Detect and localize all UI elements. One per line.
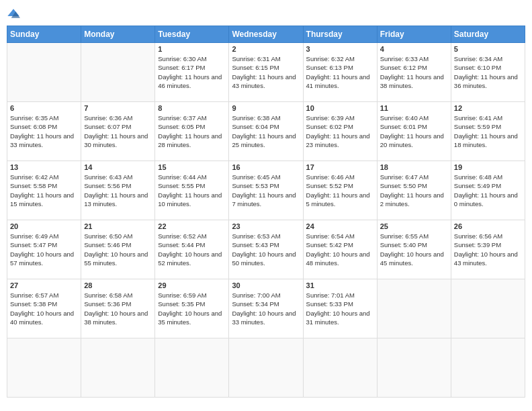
day-number: 23 bbox=[232, 222, 300, 230]
calendar-cell: 14Sunrise: 6:43 AM Sunset: 5:56 PM Dayli… bbox=[81, 161, 155, 220]
calendar-row: 27Sunrise: 6:57 AM Sunset: 5:38 PM Dayli… bbox=[7, 279, 525, 338]
day-info: Sunrise: 6:49 AM Sunset: 5:47 PM Dayligh… bbox=[10, 232, 78, 267]
calendar-cell bbox=[451, 338, 525, 398]
day-info: Sunrise: 6:36 AM Sunset: 6:07 PM Dayligh… bbox=[84, 113, 152, 149]
day-info: Sunrise: 6:44 AM Sunset: 5:55 PM Dayligh… bbox=[158, 173, 226, 208]
day-number: 27 bbox=[10, 281, 78, 289]
day-info: Sunrise: 6:42 AM Sunset: 5:58 PM Dayligh… bbox=[10, 173, 78, 208]
day-number: 29 bbox=[158, 281, 226, 289]
calendar-cell: 17Sunrise: 6:46 AM Sunset: 5:52 PM Dayli… bbox=[303, 161, 377, 220]
calendar-cell bbox=[451, 279, 525, 338]
calendar-cell: 7Sunrise: 6:36 AM Sunset: 6:07 PM Daylig… bbox=[81, 102, 155, 161]
calendar-cell: 25Sunrise: 6:55 AM Sunset: 5:40 PM Dayli… bbox=[377, 220, 451, 279]
day-number: 12 bbox=[454, 104, 522, 112]
day-number: 8 bbox=[158, 104, 226, 112]
calendar-cell: 22Sunrise: 6:52 AM Sunset: 5:44 PM Dayli… bbox=[155, 220, 229, 279]
day-info: Sunrise: 6:37 AM Sunset: 6:05 PM Dayligh… bbox=[158, 113, 226, 149]
day-info: Sunrise: 6:39 AM Sunset: 6:02 PM Dayligh… bbox=[306, 113, 374, 149]
weekday-header-sunday: Sunday bbox=[7, 26, 81, 43]
day-number: 20 bbox=[10, 222, 78, 230]
calendar-cell: 19Sunrise: 6:48 AM Sunset: 5:49 PM Dayli… bbox=[451, 161, 525, 220]
day-info: Sunrise: 6:35 AM Sunset: 6:08 PM Dayligh… bbox=[10, 113, 78, 149]
calendar-cell: 6Sunrise: 6:35 AM Sunset: 6:08 PM Daylig… bbox=[7, 102, 81, 161]
day-number: 9 bbox=[232, 104, 300, 112]
calendar-cell: 8Sunrise: 6:37 AM Sunset: 6:05 PM Daylig… bbox=[155, 102, 229, 161]
day-info: Sunrise: 6:58 AM Sunset: 5:36 PM Dayligh… bbox=[84, 291, 152, 326]
day-number: 4 bbox=[380, 45, 448, 53]
day-number: 10 bbox=[306, 104, 374, 112]
day-info: Sunrise: 7:00 AM Sunset: 5:34 PM Dayligh… bbox=[232, 291, 300, 326]
day-info: Sunrise: 6:56 AM Sunset: 5:39 PM Dayligh… bbox=[454, 232, 522, 267]
day-number: 7 bbox=[84, 104, 152, 112]
calendar-cell bbox=[377, 279, 451, 338]
day-number: 2 bbox=[232, 45, 300, 53]
weekday-header-tuesday: Tuesday bbox=[155, 26, 229, 43]
logo bbox=[7, 7, 23, 20]
calendar-cell: 15Sunrise: 6:44 AM Sunset: 5:55 PM Dayli… bbox=[155, 161, 229, 220]
day-info: Sunrise: 6:30 AM Sunset: 6:17 PM Dayligh… bbox=[158, 54, 226, 90]
calendar-cell bbox=[81, 43, 155, 102]
calendar-cell bbox=[303, 338, 377, 398]
day-info: Sunrise: 6:40 AM Sunset: 6:01 PM Dayligh… bbox=[380, 113, 448, 149]
weekday-header-friday: Friday bbox=[377, 26, 451, 43]
day-number: 25 bbox=[380, 222, 448, 230]
calendar-cell: 3Sunrise: 6:32 AM Sunset: 6:13 PM Daylig… bbox=[303, 43, 377, 102]
calendar-row bbox=[7, 338, 525, 398]
day-info: Sunrise: 6:54 AM Sunset: 5:42 PM Dayligh… bbox=[306, 232, 374, 267]
calendar-cell: 23Sunrise: 6:53 AM Sunset: 5:43 PM Dayli… bbox=[229, 220, 303, 279]
day-number: 14 bbox=[84, 163, 152, 171]
calendar-cell bbox=[229, 338, 303, 398]
calendar-row: 13Sunrise: 6:42 AM Sunset: 5:58 PM Dayli… bbox=[7, 161, 525, 220]
weekday-header-wednesday: Wednesday bbox=[229, 26, 303, 43]
day-number: 17 bbox=[306, 163, 374, 171]
day-number: 3 bbox=[306, 45, 374, 53]
calendar-cell: 5Sunrise: 6:34 AM Sunset: 6:10 PM Daylig… bbox=[451, 43, 525, 102]
day-number: 1 bbox=[158, 45, 226, 53]
day-info: Sunrise: 7:01 AM Sunset: 5:33 PM Dayligh… bbox=[306, 291, 374, 326]
day-number: 6 bbox=[10, 104, 78, 112]
weekday-header-thursday: Thursday bbox=[303, 26, 377, 43]
day-info: Sunrise: 6:31 AM Sunset: 6:15 PM Dayligh… bbox=[232, 54, 300, 90]
day-info: Sunrise: 6:59 AM Sunset: 5:35 PM Dayligh… bbox=[158, 291, 226, 326]
day-number: 11 bbox=[380, 104, 448, 112]
calendar-cell: 13Sunrise: 6:42 AM Sunset: 5:58 PM Dayli… bbox=[7, 161, 81, 220]
calendar-cell: 12Sunrise: 6:41 AM Sunset: 5:59 PM Dayli… bbox=[451, 102, 525, 161]
day-number: 19 bbox=[454, 163, 522, 171]
day-number: 18 bbox=[380, 163, 448, 171]
calendar-cell bbox=[155, 338, 229, 398]
day-number: 13 bbox=[10, 163, 78, 171]
calendar-cell: 29Sunrise: 6:59 AM Sunset: 5:35 PM Dayli… bbox=[155, 279, 229, 338]
day-info: Sunrise: 6:45 AM Sunset: 5:53 PM Dayligh… bbox=[232, 173, 300, 208]
calendar-cell: 1Sunrise: 6:30 AM Sunset: 6:17 PM Daylig… bbox=[155, 43, 229, 102]
calendar-cell: 10Sunrise: 6:39 AM Sunset: 6:02 PM Dayli… bbox=[303, 102, 377, 161]
calendar-cell bbox=[377, 338, 451, 398]
day-info: Sunrise: 6:50 AM Sunset: 5:46 PM Dayligh… bbox=[84, 232, 152, 267]
calendar-cell: 20Sunrise: 6:49 AM Sunset: 5:47 PM Dayli… bbox=[7, 220, 81, 279]
day-number: 15 bbox=[158, 163, 226, 171]
calendar-cell bbox=[7, 43, 81, 102]
day-number: 31 bbox=[306, 281, 374, 289]
calendar-cell: 18Sunrise: 6:47 AM Sunset: 5:50 PM Dayli… bbox=[377, 161, 451, 220]
calendar-cell: 11Sunrise: 6:40 AM Sunset: 6:01 PM Dayli… bbox=[377, 102, 451, 161]
day-number: 26 bbox=[454, 222, 522, 230]
day-number: 5 bbox=[454, 45, 522, 53]
calendar-cell: 30Sunrise: 7:00 AM Sunset: 5:34 PM Dayli… bbox=[229, 279, 303, 338]
day-number: 30 bbox=[232, 281, 300, 289]
day-info: Sunrise: 6:34 AM Sunset: 6:10 PM Dayligh… bbox=[454, 54, 522, 90]
header bbox=[7, 7, 525, 20]
day-info: Sunrise: 6:53 AM Sunset: 5:43 PM Dayligh… bbox=[232, 232, 300, 267]
calendar-cell bbox=[81, 338, 155, 398]
logo-icon bbox=[7, 7, 20, 20]
calendar-table: SundayMondayTuesdayWednesdayThursdayFrid… bbox=[7, 26, 525, 398]
day-number: 16 bbox=[232, 163, 300, 171]
day-info: Sunrise: 6:43 AM Sunset: 5:56 PM Dayligh… bbox=[84, 173, 152, 208]
day-info: Sunrise: 6:47 AM Sunset: 5:50 PM Dayligh… bbox=[380, 173, 448, 208]
day-info: Sunrise: 6:46 AM Sunset: 5:52 PM Dayligh… bbox=[306, 173, 374, 208]
calendar-row: 20Sunrise: 6:49 AM Sunset: 5:47 PM Dayli… bbox=[7, 220, 525, 279]
day-info: Sunrise: 6:52 AM Sunset: 5:44 PM Dayligh… bbox=[158, 232, 226, 267]
weekday-header-saturday: Saturday bbox=[451, 26, 525, 43]
calendar-row: 6Sunrise: 6:35 AM Sunset: 6:08 PM Daylig… bbox=[7, 102, 525, 161]
calendar-cell: 4Sunrise: 6:33 AM Sunset: 6:12 PM Daylig… bbox=[377, 43, 451, 102]
day-info: Sunrise: 6:48 AM Sunset: 5:49 PM Dayligh… bbox=[454, 173, 522, 208]
calendar-cell: 24Sunrise: 6:54 AM Sunset: 5:42 PM Dayli… bbox=[303, 220, 377, 279]
